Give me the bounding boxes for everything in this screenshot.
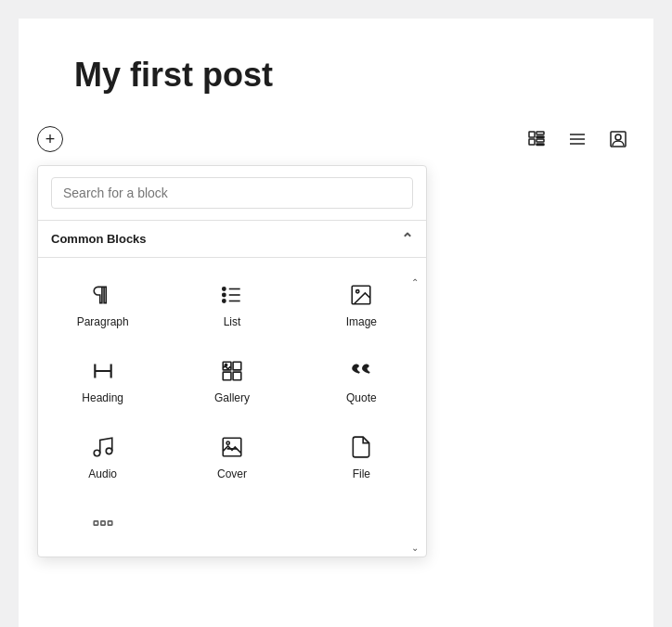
heading-icon [91, 358, 115, 384]
category-row[interactable]: Common Blocks ⌃ [38, 221, 426, 258]
list-view-icon [568, 130, 587, 148]
search-row [38, 166, 426, 221]
blocks-grid: Paragraph List [38, 258, 426, 557]
category-label: Common Blocks [51, 232, 147, 246]
list-icon [220, 282, 244, 308]
block-item-quote[interactable]: Quote [297, 341, 426, 417]
svg-rect-1 [536, 132, 544, 134]
svg-rect-28 [227, 448, 238, 450]
block-item-heading[interactable]: Heading [38, 341, 167, 417]
svg-rect-20 [233, 362, 241, 370]
grid-view-button[interactable] [520, 122, 553, 156]
user-icon [609, 130, 627, 148]
block-label-file: File [353, 467, 370, 480]
block-item-file[interactable]: File [297, 417, 426, 493]
svg-point-16 [223, 300, 226, 302]
block-label-gallery: Gallery [214, 391, 250, 404]
svg-point-25 [106, 448, 112, 454]
block-item-paragraph[interactable]: Paragraph [38, 265, 167, 341]
svg-rect-30 [100, 521, 104, 525]
block-item-list[interactable]: List [167, 265, 296, 341]
paragraph-icon [91, 282, 115, 308]
grid-view-icon [527, 130, 546, 148]
block-item-separator[interactable] [38, 493, 167, 549]
svg-rect-2 [536, 136, 544, 138]
scroll-down-arrow[interactable]: ⌄ [407, 543, 422, 553]
toolbar-icons [520, 122, 635, 156]
cover-icon [220, 434, 244, 460]
add-block-button[interactable]: + [37, 126, 63, 152]
block-label-image: Image [346, 315, 377, 328]
gallery-icon [220, 358, 244, 384]
user-profile-button[interactable] [601, 122, 635, 156]
separator-icon [91, 510, 115, 536]
file-icon [349, 434, 373, 460]
svg-point-18 [356, 290, 359, 293]
page-wrapper: My first post + [19, 19, 653, 627]
svg-rect-0 [529, 132, 535, 137]
svg-rect-3 [529, 139, 535, 145]
svg-rect-4 [536, 139, 544, 142]
scroll-up-arrow[interactable]: ⌃ [407, 277, 422, 288]
toolbar-row: + [19, 113, 653, 165]
svg-point-10 [615, 134, 621, 140]
block-label-paragraph: Paragraph [77, 315, 129, 328]
svg-rect-31 [108, 521, 111, 525]
post-title: My first post [19, 19, 653, 113]
block-item-cover[interactable]: Cover [167, 417, 296, 493]
block-label-audio: Audio [88, 467, 117, 480]
plus-icon: + [45, 131, 56, 147]
block-item-audio[interactable]: Audio [38, 417, 167, 493]
block-item-gallery[interactable]: Gallery [167, 341, 296, 417]
svg-point-27 [226, 441, 229, 444]
quote-icon [349, 358, 373, 384]
svg-point-24 [94, 450, 100, 456]
block-picker-panel: Common Blocks ⌃ Paragraph [37, 165, 427, 557]
svg-rect-29 [94, 521, 97, 525]
chevron-up-icon: ⌃ [401, 230, 413, 248]
block-label-cover: Cover [217, 467, 247, 480]
block-label-quote: Quote [346, 391, 377, 404]
audio-icon [91, 434, 115, 460]
svg-rect-5 [536, 144, 544, 146]
svg-rect-26 [223, 438, 241, 456]
list-view-button[interactable] [561, 122, 594, 156]
svg-rect-21 [223, 372, 231, 380]
svg-point-15 [223, 293, 226, 296]
block-label-list: List [224, 315, 241, 328]
block-label-heading: Heading [82, 391, 123, 404]
svg-rect-22 [233, 372, 241, 380]
search-input[interactable] [51, 177, 413, 209]
svg-point-14 [223, 288, 226, 290]
image-icon [349, 282, 373, 308]
